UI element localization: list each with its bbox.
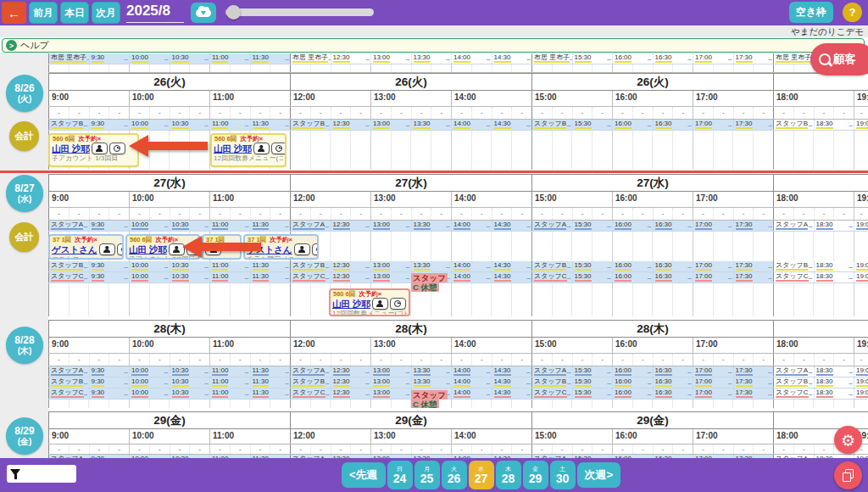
slot-cell[interactable] xyxy=(209,64,230,72)
slot-cell[interactable]: - xyxy=(331,354,351,366)
slot-cell[interactable] xyxy=(89,64,109,72)
slot-cell[interactable]: - xyxy=(753,444,773,454)
band-time-cell[interactable]: 13:30– xyxy=(411,261,452,271)
band-time-cell[interactable]: 15:30– xyxy=(572,261,613,271)
slot-cell[interactable]: - xyxy=(69,444,89,454)
staff-name-cell[interactable]: スタッフB– xyxy=(773,377,814,388)
day-chip-30[interactable]: 土30 xyxy=(550,461,576,489)
slot-cell[interactable]: - xyxy=(69,208,89,220)
band-time-cell[interactable]: 11:30– xyxy=(250,221,291,231)
slot-cell[interactable]: - xyxy=(108,107,129,119)
person-icon-button[interactable] xyxy=(169,243,185,255)
slot-cell[interactable]: - xyxy=(270,354,290,366)
slot-cell[interactable] xyxy=(693,64,713,72)
band-time-cell[interactable]: 10:00– xyxy=(129,120,170,130)
slot-cell[interactable]: - xyxy=(511,208,531,220)
customer-name-link[interactable]: ゲストさん xyxy=(52,244,97,255)
slot-cell[interactable]: - xyxy=(773,354,793,366)
band-time-cell[interactable]: 9:30– xyxy=(89,366,130,377)
slot-cell[interactable]: - xyxy=(451,107,471,119)
slot-cell[interactable]: - xyxy=(209,107,230,119)
slot-cell[interactable]: - xyxy=(592,107,612,119)
slot-cell[interactable]: - xyxy=(492,444,512,454)
slot-cell[interactable]: - xyxy=(411,444,431,454)
day-chip-25[interactable]: 月25 xyxy=(415,461,440,489)
appointment-card[interactable]: 560 6回次予約×山田 沙耶12回回数券メニュー(コピ xyxy=(329,288,410,316)
slot-cell[interactable] xyxy=(672,64,693,72)
slot-cell[interactable]: - xyxy=(48,444,69,454)
band-time-cell[interactable]: 17:00– xyxy=(693,272,733,282)
band-time-cell[interactable]: 16:30– xyxy=(653,389,693,399)
band-time-cell[interactable]: 14:00– xyxy=(451,120,492,130)
staff-name-cell[interactable]: スタッフC– xyxy=(773,389,814,399)
staff-name-cell[interactable]: スタッフB– xyxy=(531,120,572,130)
slot-cell[interactable]: - xyxy=(310,444,331,454)
slot-cell[interactable]: - xyxy=(189,208,209,220)
band-time-cell[interactable]: 10:00– xyxy=(129,272,170,282)
band-time-cell[interactable]: 10:30– xyxy=(170,272,210,282)
slot-cell[interactable]: - xyxy=(230,208,250,220)
slot-cell[interactable]: - xyxy=(270,107,290,119)
person-icon-button[interactable] xyxy=(294,243,310,255)
band-time-cell[interactable]: 10:00– xyxy=(129,261,170,271)
band-time-cell[interactable]: 19:00 xyxy=(854,261,868,271)
band-time-cell[interactable]: 16:00– xyxy=(612,221,653,231)
band-time-cell[interactable]: 13:00– xyxy=(370,120,411,130)
slot-cell[interactable] xyxy=(129,64,149,72)
slot-cell[interactable]: - xyxy=(391,208,411,220)
staff-name-cell[interactable]: 布居 里布子– xyxy=(773,53,814,64)
band-time-cell[interactable]: 16:30– xyxy=(653,366,693,377)
slot-cell[interactable]: - xyxy=(350,444,370,454)
help-link[interactable]: ヘルプ xyxy=(20,39,49,52)
staff-name-cell[interactable]: スタッフB– xyxy=(531,377,572,388)
band-time-cell[interactable]: 11:30– xyxy=(250,377,291,388)
band-time-cell[interactable]: 16:00– xyxy=(612,377,653,388)
slot-cell[interactable] xyxy=(471,64,492,72)
slot-cell[interactable] xyxy=(733,64,754,72)
staff-name-cell[interactable]: スタッフB– xyxy=(531,261,572,271)
band-time-cell[interactable]: 18:30– xyxy=(814,272,854,282)
band-time-cell[interactable]: 14:00– xyxy=(451,53,492,64)
slot-cell[interactable] xyxy=(391,64,411,72)
slot-cell[interactable]: - xyxy=(492,354,512,366)
band-time-cell[interactable]: 10:00– xyxy=(129,366,170,377)
slot-cell[interactable] xyxy=(48,64,69,72)
slot-cell[interactable]: - xyxy=(331,107,351,119)
band-time-cell[interactable]: 16:30– xyxy=(653,377,693,388)
band-time-cell[interactable]: 11:30– xyxy=(250,261,291,271)
band-time-cell[interactable]: 11:00– xyxy=(209,53,250,64)
band-time-cell[interactable]: 10:30– xyxy=(170,366,210,377)
band-time-cell[interactable]: 11:30– xyxy=(250,120,291,130)
prev-month-button[interactable]: 前月 xyxy=(29,2,58,24)
filter-input[interactable] xyxy=(7,465,76,483)
band-time-cell[interactable]: 10:00– xyxy=(129,389,170,399)
slot-cell[interactable]: - xyxy=(653,208,673,220)
break-block[interactable]: スタッフC 休憩 xyxy=(411,390,448,408)
staff-name-cell[interactable]: スタッフC– xyxy=(773,272,814,282)
staff-name-cell[interactable]: スタッフC– xyxy=(531,272,572,282)
band-time-cell[interactable]: 14:00– xyxy=(451,261,492,271)
band-time-cell[interactable]: 15:30– xyxy=(572,366,613,377)
slot-cell[interactable] xyxy=(69,64,89,72)
slot-cell[interactable]: - xyxy=(672,354,693,366)
slot-cell[interactable]: - xyxy=(733,208,754,220)
band-time-cell[interactable]: 14:00– xyxy=(451,272,492,282)
band-time-cell[interactable]: 17:30– xyxy=(733,272,774,282)
slot-cell[interactable]: - xyxy=(310,208,331,220)
slot-cell[interactable]: - xyxy=(492,107,512,119)
band-time-cell[interactable]: 11:30– xyxy=(250,53,291,64)
band-time-cell[interactable]: 9:30– xyxy=(89,120,130,130)
slot-cell[interactable]: - xyxy=(170,107,190,119)
slot-cell[interactable]: - xyxy=(552,354,572,366)
slot-cell[interactable]: - xyxy=(814,354,834,366)
band-time-cell[interactable]: 16:00– xyxy=(612,53,653,64)
band-time-cell[interactable]: 10:30– xyxy=(170,261,210,271)
slot-cell[interactable]: - xyxy=(451,208,471,220)
band-time-cell[interactable]: 14:00– xyxy=(451,366,492,377)
staff-name-cell[interactable]: スタッフB– xyxy=(48,377,89,388)
slot-cell[interactable]: - xyxy=(793,444,814,454)
slot-cell[interactable]: - xyxy=(653,107,673,119)
day-chip-29[interactable]: 金29 xyxy=(523,461,548,489)
band-time-cell[interactable]: 16:00– xyxy=(612,120,653,130)
slot-cell[interactable]: - xyxy=(230,354,250,366)
